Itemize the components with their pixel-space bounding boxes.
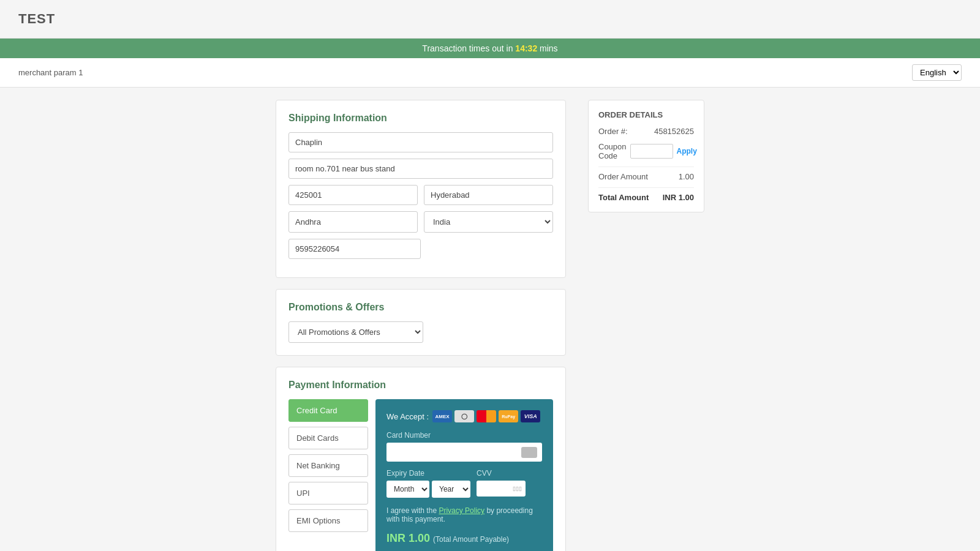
address-input[interactable] xyxy=(288,159,553,179)
order-amount-label: Order Amount xyxy=(598,172,648,181)
year-select[interactable]: Year 202420252026 202720282029 xyxy=(432,481,470,498)
promotions-select[interactable]: All Promotions & Offers xyxy=(288,321,423,343)
top-bar: TEST xyxy=(0,0,980,39)
order-details-title: ORDER DETAILS xyxy=(598,110,694,119)
cvv-label: CVV xyxy=(477,469,526,478)
name-input[interactable] xyxy=(288,132,553,152)
expiry-cvv-row: Expiry Date Month 01020304 05060708 0910… xyxy=(386,469,542,498)
circle-icon: ◯ xyxy=(454,410,474,422)
privacy-prefix: I agree with the xyxy=(386,506,439,515)
shipping-title: Shipping Information xyxy=(288,113,553,124)
card-number-wrapper xyxy=(386,443,542,462)
order-details-panel: ORDER DETAILS Order #: 458152625 Coupon … xyxy=(588,100,704,212)
divider-2 xyxy=(598,187,694,188)
total-payable-label: (Total Amount Payable) xyxy=(433,535,509,544)
cvv-group-container: CVV ▯▯▯ xyxy=(477,469,526,498)
state-input[interactable] xyxy=(288,211,418,233)
order-number-row: Order #: 458152625 xyxy=(598,127,694,136)
expiry-label: Expiry Date xyxy=(386,469,470,478)
apply-button[interactable]: Apply xyxy=(677,147,697,156)
cvv-group: ▯▯▯ xyxy=(477,481,526,497)
net-banking-button[interactable]: Net Banking xyxy=(288,454,368,477)
card-number-label: Card Number xyxy=(386,431,542,440)
phone-input[interactable] xyxy=(288,239,421,259)
coupon-label: Coupon Code xyxy=(598,142,627,160)
order-amount-value: 1.00 xyxy=(679,172,694,181)
shipping-section: Shipping Information India USA xyxy=(276,100,566,278)
month-select[interactable]: Month 01020304 05060708 09101112 xyxy=(386,481,429,498)
promotions-section: Promotions & Offers All Promotions & Off… xyxy=(276,289,566,356)
upi-button[interactable]: UPI xyxy=(288,482,368,504)
total-label-order: Total Amount xyxy=(598,193,649,202)
mastercard-icon xyxy=(477,410,496,422)
total-row: Total Amount INR 1.00 xyxy=(598,193,694,202)
total-amount-row: INR 1.00 (Total Amount Payable) xyxy=(386,532,542,545)
left-panel: Shipping Information India USA xyxy=(276,100,566,551)
credit-card-button[interactable]: Credit Card xyxy=(288,399,368,422)
timer-banner: Transaction times out in 14:32 mins xyxy=(0,39,980,58)
card-chip-icon xyxy=(521,447,537,458)
privacy-policy-link[interactable]: Privacy Policy xyxy=(439,506,484,515)
payment-section: Payment Information Credit Card Debit Ca… xyxy=(276,367,566,551)
emi-options-button[interactable]: EMI Options xyxy=(288,509,368,532)
we-accept-row: We Accept : AMEX ◯ RuPay VISA xyxy=(386,410,542,422)
payment-title: Payment Information xyxy=(288,380,553,391)
main-content: Shipping Information India USA xyxy=(0,88,980,551)
divider xyxy=(598,167,694,167)
merchant-name: merchant param 1 xyxy=(18,68,83,77)
total-value-order: INR 1.00 xyxy=(663,193,694,202)
coupon-row: Coupon Code Apply xyxy=(598,142,694,160)
timer-value: 14:32 xyxy=(515,43,537,53)
payment-layout: Credit Card Debit Cards Net Banking UPI … xyxy=(288,399,553,551)
amex-icon: AMEX xyxy=(432,410,452,422)
order-number-label: Order #: xyxy=(598,127,628,136)
card-number-input[interactable] xyxy=(386,443,542,462)
coupon-input[interactable] xyxy=(630,144,673,159)
card-payment-panel: We Accept : AMEX ◯ RuPay VISA Card Numbe… xyxy=(375,399,553,551)
timer-prefix: Transaction times out in xyxy=(422,43,515,53)
merchant-header: merchant param 1 English Hindi xyxy=(0,58,980,88)
right-panel: ORDER DETAILS Order #: 458152625 Coupon … xyxy=(588,100,704,551)
order-number-value: 458152625 xyxy=(654,127,694,136)
debit-cards-button[interactable]: Debit Cards xyxy=(288,427,368,449)
cvv-card-icon: ▯▯▯ xyxy=(513,485,522,492)
zip-input[interactable] xyxy=(288,185,418,205)
total-amount: INR 1.00 xyxy=(386,532,433,544)
expiry-selects: Month 01020304 05060708 09101112 Year 20… xyxy=(386,481,470,498)
card-icons: AMEX ◯ RuPay VISA xyxy=(432,410,540,422)
we-accept-label: We Accept : xyxy=(386,412,429,421)
rupay-icon: RuPay xyxy=(499,410,518,422)
expiry-group: Expiry Date Month 01020304 05060708 0910… xyxy=(386,469,470,498)
language-select[interactable]: English Hindi xyxy=(912,64,962,81)
order-amount-row: Order Amount 1.00 xyxy=(598,172,694,181)
payment-methods: Credit Card Debit Cards Net Banking UPI … xyxy=(288,399,368,551)
promotions-title: Promotions & Offers xyxy=(288,302,553,313)
visa-icon: VISA xyxy=(521,410,540,422)
city-input[interactable] xyxy=(424,185,553,205)
timer-suffix: mins xyxy=(540,43,558,53)
country-select[interactable]: India USA xyxy=(424,211,553,233)
privacy-text: I agree with the Privacy Policy by proce… xyxy=(386,506,542,523)
app-title: TEST xyxy=(18,11,55,26)
